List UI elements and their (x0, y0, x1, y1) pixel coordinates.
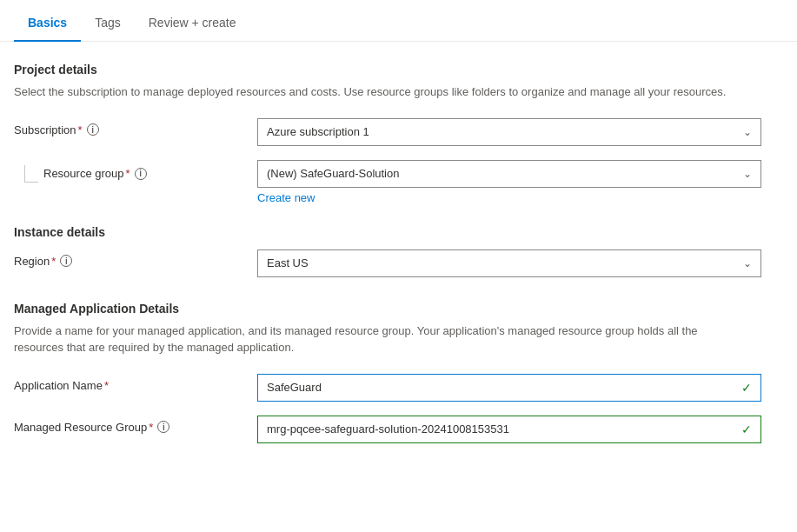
indent-connector (24, 165, 38, 183)
managed-resource-group-input[interactable]: mrg-pqcee-safeguard-solution-20241008153… (257, 416, 761, 443)
application-name-required: * (104, 379, 109, 392)
managed-resource-group-info-icon[interactable]: i (157, 421, 169, 433)
subscription-dropdown[interactable]: Azure subscription 1 ⌄ (257, 118, 761, 146)
resource-group-row: Resource group * i (New) SafeGuard-Solut… (14, 160, 768, 204)
main-content: Project details Select the subscription … (0, 42, 782, 478)
managed-app-description: Provide a name for your managed applicat… (14, 323, 727, 356)
resource-group-dropdown[interactable]: (New) SafeGuard-Solution ⌄ (257, 160, 761, 188)
resource-group-required: * (126, 167, 130, 180)
tab-bar: Basics Tags Review + create (0, 0, 797, 42)
region-chevron-icon: ⌄ (743, 257, 752, 269)
application-name-input[interactable]: SafeGuard ✓ (257, 374, 761, 402)
application-name-value: SafeGuard (267, 381, 736, 394)
region-row: Region * i East US ⌄ (14, 249, 768, 277)
region-value: East US (267, 256, 309, 269)
region-info-icon[interactable]: i (60, 255, 72, 267)
managed-resource-group-value: mrg-pqcee-safeguard-solution-20241008153… (267, 422, 736, 436)
instance-details-title: Instance details (14, 225, 768, 239)
region-required: * (51, 255, 56, 268)
managed-resource-group-required: * (149, 421, 153, 434)
region-label-col: Region * i (14, 249, 257, 268)
managed-resource-group-label: Managed Resource Group (14, 421, 147, 434)
subscription-value: Azure subscription 1 (267, 125, 369, 138)
tab-review-create[interactable]: Review + create (135, 5, 250, 42)
application-name-row: Application Name * SafeGuard ✓ (14, 374, 768, 402)
resource-group-label-col: Resource group * i (14, 160, 257, 183)
resource-group-label: Resource group (43, 167, 124, 180)
subscription-required: * (78, 123, 83, 136)
region-dropdown[interactable]: East US ⌄ (257, 249, 761, 277)
subscription-label: Subscription (14, 123, 76, 136)
managed-resource-group-control: mrg-pqcee-safeguard-solution-20241008153… (257, 416, 761, 443)
region-control: East US ⌄ (257, 249, 761, 277)
region-label: Region (14, 255, 50, 268)
subscription-label-col: Subscription * i (14, 118, 257, 136)
application-name-control: SafeGuard ✓ (257, 374, 761, 402)
managed-resource-group-row: Managed Resource Group * i mrg-pqcee-saf… (14, 416, 768, 443)
managed-resource-group-label-col: Managed Resource Group * i (14, 416, 257, 434)
managed-resource-group-check-icon: ✓ (741, 422, 752, 436)
create-new-link[interactable]: Create new (257, 191, 315, 204)
resource-group-control: (New) SafeGuard-Solution ⌄ Create new (257, 160, 761, 204)
tab-basics[interactable]: Basics (14, 5, 81, 42)
managed-app-title: Managed Application Details (14, 302, 768, 316)
application-name-check-icon: ✓ (741, 381, 752, 395)
application-name-label-col: Application Name * (14, 374, 257, 392)
subscription-chevron-icon: ⌄ (743, 126, 752, 138)
tab-tags[interactable]: Tags (81, 5, 135, 42)
subscription-control: Azure subscription 1 ⌄ (257, 118, 761, 146)
project-details-title: Project details (14, 63, 768, 76)
subscription-row: Subscription * i Azure subscription 1 ⌄ (14, 118, 768, 146)
subscription-info-icon[interactable]: i (87, 123, 99, 136)
application-name-label: Application Name (14, 379, 103, 392)
project-details-description: Select the subscription to manage deploy… (14, 83, 727, 101)
resource-group-chevron-icon: ⌄ (743, 168, 752, 180)
resource-group-info-icon[interactable]: i (135, 168, 147, 180)
resource-group-value: (New) SafeGuard-Solution (267, 167, 399, 180)
